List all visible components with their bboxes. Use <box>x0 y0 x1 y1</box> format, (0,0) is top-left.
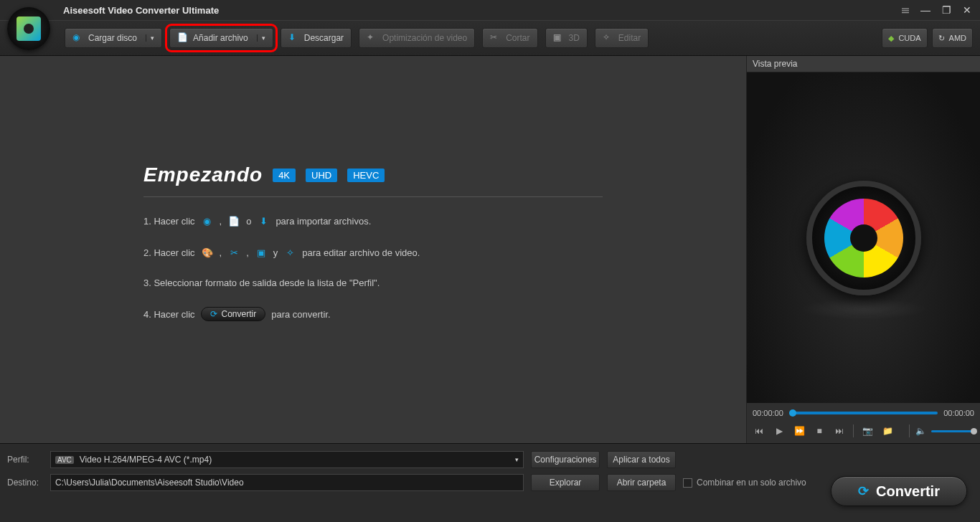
fast-forward-button[interactable]: ⏩ <box>793 424 806 437</box>
stop-button[interactable]: ■ <box>813 424 826 437</box>
svg-rect-2 <box>902 12 909 13</box>
preview-title: Vista previa <box>747 56 980 72</box>
combine-checkbox-row[interactable]: Combinar en un solo archivo <box>683 478 806 488</box>
profile-label: Perfil: <box>7 455 43 465</box>
edit-label: Editar <box>618 33 641 43</box>
prev-button[interactable]: ⏮ <box>753 424 765 437</box>
cut-label: Cortar <box>506 33 529 43</box>
main-content: Empezando 4K UHD HEVC 1. Hacer clic ◉ , … <box>0 56 746 443</box>
maximize-button[interactable]: ❐ <box>939 3 954 17</box>
download-icon: ⬇ <box>257 214 270 227</box>
app-title: Aiseesoft Video Converter Ultimate <box>63 5 219 16</box>
refresh-icon: ⟳ <box>210 309 217 319</box>
step-4: 4. Hacer clic ⟳ Convertir para convertir… <box>143 307 603 321</box>
settings-button[interactable]: Configuraciones <box>531 451 600 468</box>
download-label: Descargar <box>304 33 344 43</box>
optimize-icon: ✦ <box>367 32 378 44</box>
badge-hevc: HEVC <box>347 169 385 182</box>
scissors-icon: ✂ <box>490 32 501 44</box>
volume-icon[interactable]: 🔈 <box>914 424 927 437</box>
preview-canvas <box>747 72 980 403</box>
cuda-label: CUDA <box>898 34 920 42</box>
badge-uhd: UHD <box>306 169 337 182</box>
disc-icon: ◉ <box>72 32 84 44</box>
destination-label: Destino: <box>7 478 43 488</box>
bottom-bar: Perfil: AVC Video H.264/MPEG-4 AVC (*.mp… <box>0 443 980 504</box>
aperture-logo <box>806 181 921 295</box>
volume-slider[interactable] <box>931 430 974 432</box>
chevron-down-icon: ▾ <box>515 456 519 463</box>
destination-field[interactable]: C:\Users\Julia\Documents\Aiseesoft Studi… <box>50 474 524 491</box>
optimize-video-button[interactable]: ✦ Optimización de video <box>359 28 475 48</box>
getting-started-heading: Empezando <box>143 163 263 186</box>
getting-started-panel: Empezando 4K UHD HEVC 1. Hacer clic ◉ , … <box>143 163 603 340</box>
load-disc-label: Cargar disco <box>88 33 137 43</box>
time-duration: 00:00:00 <box>943 409 974 417</box>
download-button[interactable]: ⬇ Descargar <box>281 28 352 48</box>
destination-value: C:\Users\Julia\Documents\Aiseesoft Studi… <box>55 478 244 488</box>
combine-checkbox[interactable] <box>683 478 692 488</box>
transport-controls: 00:00:00 00:00:00 ⏮ ▶ ⏩ ■ ⏭ 📷 📁 🔈 <box>747 403 980 443</box>
title-bar: Aiseesoft Video Converter Ultimate — ❐ ✕ <box>0 0 980 20</box>
apply-all-button[interactable]: Aplicar a todos <box>607 451 676 468</box>
three-d-icon: ▣ <box>255 246 268 259</box>
amd-label: AMD <box>949 34 966 42</box>
cut-button[interactable]: ✂ Cortar <box>482 28 537 48</box>
disc-icon: ◉ <box>201 214 214 227</box>
svg-rect-0 <box>902 9 909 9</box>
sparkle-icon: ✧ <box>283 246 296 259</box>
dropdown-chevron-icon[interactable]: ▾ <box>146 34 154 42</box>
add-file-button[interactable]: 📄 Añadir archivo ▾ <box>169 28 273 48</box>
add-file-label: Añadir archivo <box>193 33 248 43</box>
convert-pill: ⟳ Convertir <box>201 307 266 321</box>
dropdown-chevron-icon[interactable]: ▾ <box>257 34 265 42</box>
three-d-button[interactable]: ▣ 3D <box>545 28 588 48</box>
seek-slider[interactable] <box>789 412 938 414</box>
toolbar: ◉ Cargar disco ▾ 📄 Añadir archivo ▾ ⬇ De… <box>0 20 980 56</box>
close-button[interactable]: ✕ <box>960 3 974 17</box>
amd-icon: ↻ <box>938 34 945 43</box>
avc-icon: AVC <box>55 456 74 464</box>
convert-label: Convertir <box>876 483 940 500</box>
combine-label: Combinar en un solo archivo <box>697 478 806 488</box>
profile-value: Video H.264/MPEG-4 AVC (*.mp4) <box>80 455 212 465</box>
amd-badge[interactable]: ↻ AMD <box>932 28 973 48</box>
cuda-badge[interactable]: ◆ CUDA <box>882 28 927 48</box>
preview-panel: Vista previa 00:00:00 00:00:00 ⏮ ▶ ⏩ ■ ⏭ <box>746 56 980 443</box>
time-current: 00:00:00 <box>753 409 783 417</box>
nvidia-icon: ◆ <box>888 34 894 43</box>
next-button[interactable]: ⏭ <box>833 424 846 437</box>
svg-rect-1 <box>902 11 909 11</box>
minimize-button[interactable]: — <box>918 3 933 17</box>
profile-select[interactable]: AVC Video H.264/MPEG-4 AVC (*.mp4) ▾ <box>50 451 524 468</box>
edit-icon: ✧ <box>603 32 614 44</box>
load-disc-button[interactable]: ◉ Cargar disco ▾ <box>65 28 162 48</box>
menu-icon[interactable] <box>899 3 912 13</box>
three-d-icon: ▣ <box>553 32 565 44</box>
edit-button[interactable]: ✧ Editar <box>595 28 649 48</box>
step-3: 3. Seleccionar formato de salida desde l… <box>143 277 603 288</box>
scissors-icon: ✂ <box>227 246 240 259</box>
refresh-icon: ⟳ <box>858 483 869 499</box>
play-button[interactable]: ▶ <box>773 424 786 437</box>
open-folder-button[interactable]: Abrir carpeta <box>607 474 676 491</box>
optimize-label: Optimización de video <box>382 33 467 43</box>
file-add-icon: 📄 <box>227 214 240 227</box>
open-folder-button[interactable]: 📁 <box>881 424 894 437</box>
convert-button[interactable]: ⟳ Convertir <box>831 476 967 506</box>
download-icon: ⬇ <box>288 32 300 44</box>
badge-4k: 4K <box>273 169 296 182</box>
snapshot-button[interactable]: 📷 <box>861 424 874 437</box>
app-logo <box>7 7 50 50</box>
step-2: 2. Hacer clic 🎨 , ✂ , ▣ y ✧ para editar … <box>143 246 603 259</box>
palette-icon: 🎨 <box>201 246 214 259</box>
browse-button[interactable]: Explorar <box>531 474 600 491</box>
file-add-icon: 📄 <box>177 32 189 44</box>
three-d-label: 3D <box>569 33 580 43</box>
step-1: 1. Hacer clic ◉ , 📄 o ⬇ para importar ar… <box>143 214 603 227</box>
